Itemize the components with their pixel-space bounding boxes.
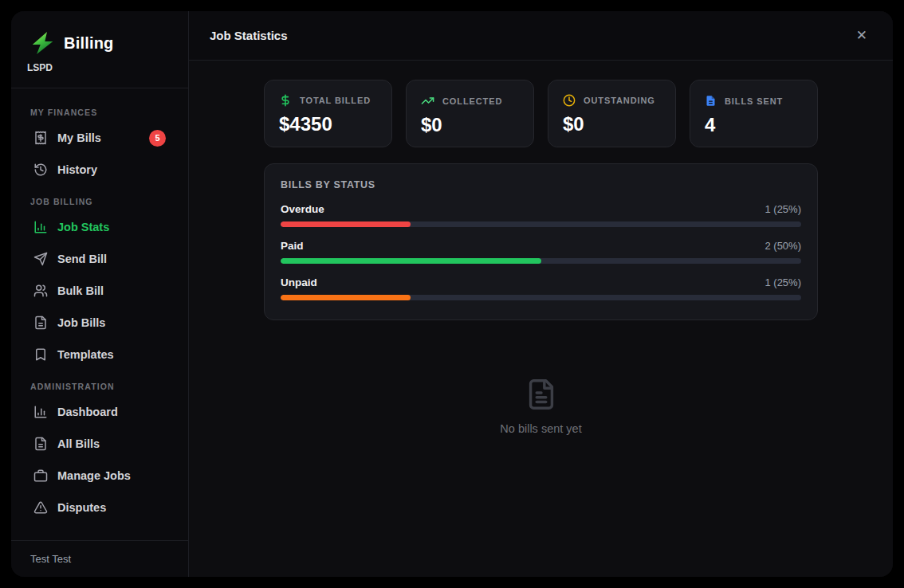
sidebar-item-bulk-bill[interactable]: Bulk Bill — [24, 275, 175, 307]
close-icon: ✕ — [856, 28, 867, 43]
status-bar-overdue: Overdue 1 (25%) — [281, 203, 801, 227]
sidebar-item-label: Job Bills — [57, 316, 105, 329]
sidebar-item-label: Job Stats — [57, 221, 109, 233]
modal-header: Job Statistics ✕ — [189, 11, 893, 61]
status-bar-paid: Paid 2 (50%) — [281, 240, 801, 264]
stat-label: OUTSTANDING — [584, 96, 655, 105]
sidebar-item-label: Templates — [57, 348, 114, 361]
file-filled-icon — [705, 94, 717, 108]
alert-triangle-icon — [33, 500, 48, 515]
bills-by-status-panel: BILLS BY STATUS Overdue 1 (25%) Paid — [264, 163, 818, 320]
section-label-job-billing: JOB BILLING — [30, 197, 169, 206]
sidebar-item-label: History — [57, 163, 97, 176]
section-label-my-finances: MY FINANCES — [30, 108, 169, 117]
sidebar-item-manage-jobs[interactable]: Manage Jobs — [24, 460, 175, 492]
stat-value: $0 — [563, 113, 661, 135]
receipt-icon — [33, 131, 48, 145]
bar-chart-icon — [33, 405, 48, 419]
bar-value: 1 (25%) — [764, 276, 801, 288]
sidebar-item-templates[interactable]: Templates — [24, 339, 175, 370]
stat-label: BILLS SENT — [725, 96, 783, 106]
app-title: Billing — [64, 34, 114, 53]
bar-value: 2 (50%) — [764, 240, 801, 252]
clock-icon — [563, 94, 576, 107]
panel-title: BILLS BY STATUS — [281, 179, 801, 190]
bar-chart-icon — [33, 220, 48, 234]
sidebar: Billing LSPD MY FINANCES My Bills 5 Hist… — [11, 11, 189, 577]
bar-value: 1 (25%) — [764, 203, 801, 215]
progress-fill — [281, 295, 411, 300]
stat-label: COLLECTED — [442, 96, 502, 106]
sidebar-item-disputes[interactable]: Disputes — [24, 492, 175, 523]
stat-card-bills-sent: BILLS SENT 4 — [690, 80, 818, 147]
billing-app-window: Billing LSPD MY FINANCES My Bills 5 Hist… — [11, 11, 893, 577]
sidebar-nav: MY FINANCES My Bills 5 History JOB BILLI… — [11, 88, 188, 540]
sidebar-item-send-bill[interactable]: Send Bill — [24, 243, 175, 275]
progress-track — [281, 295, 801, 300]
sidebar-item-label: My Bills — [57, 131, 101, 144]
main-panel: Job Statistics ✕ TOTAL BILLED $ — [189, 11, 893, 577]
progress-track — [281, 258, 801, 264]
stat-card-total-billed: TOTAL BILLED $4350 — [264, 80, 392, 147]
file-icon — [33, 437, 48, 451]
sidebar-item-label: Send Bill — [57, 253, 107, 265]
status-bar-unpaid: Unpaid 1 (25%) — [281, 276, 801, 300]
bar-label: Overdue — [281, 203, 324, 215]
bar-label: Unpaid — [281, 276, 317, 288]
trending-up-icon — [421, 94, 434, 108]
stat-value: $0 — [421, 114, 519, 136]
history-icon — [33, 163, 48, 177]
sidebar-item-job-stats[interactable]: Job Stats — [24, 211, 175, 243]
dollar-icon — [279, 94, 292, 107]
close-button[interactable]: ✕ — [851, 24, 872, 47]
sidebar-item-history[interactable]: History — [24, 154, 175, 186]
users-icon — [33, 284, 48, 298]
sidebar-item-label: Manage Jobs — [57, 469, 131, 482]
empty-state-message: No bills sent yet — [500, 422, 581, 435]
org-label: LSPD — [27, 62, 172, 73]
bookmark-icon — [33, 347, 48, 362]
page-title: Job Statistics — [210, 29, 288, 42]
section-label-administration: ADMINISTRATION — [30, 382, 169, 391]
file-text-icon — [523, 376, 560, 413]
progress-track — [281, 221, 801, 227]
bar-label: Paid — [281, 240, 304, 252]
progress-fill — [281, 258, 541, 264]
sidebar-item-label: All Bills — [57, 437, 100, 450]
stat-label: TOTAL BILLED — [300, 96, 371, 105]
content-area: TOTAL BILLED $4350 COLLECTED $0 — [189, 61, 893, 577]
sidebar-item-job-bills[interactable]: Job Bills — [24, 307, 175, 339]
sidebar-item-label: Dashboard — [57, 406, 118, 418]
stat-card-outstanding: OUTSTANDING $0 — [548, 80, 676, 147]
brand-header: Billing LSPD — [11, 11, 188, 88]
stat-value: 4 — [705, 114, 803, 136]
sidebar-item-dashboard[interactable]: Dashboard — [24, 396, 175, 428]
user-name: Test Test — [11, 540, 188, 577]
notification-badge: 5 — [149, 130, 166, 147]
file-icon — [33, 316, 48, 330]
stat-value: $4350 — [279, 113, 377, 135]
sidebar-item-my-bills[interactable]: My Bills 5 — [24, 122, 175, 154]
stats-row: TOTAL BILLED $4350 COLLECTED $0 — [264, 80, 818, 147]
sidebar-item-all-bills[interactable]: All Bills — [24, 428, 175, 460]
send-icon — [33, 252, 48, 266]
sidebar-item-label: Disputes — [57, 501, 106, 514]
progress-fill — [281, 221, 411, 227]
billing-logo-icon — [27, 32, 56, 54]
stat-card-collected: COLLECTED $0 — [406, 80, 534, 147]
sidebar-item-label: Bulk Bill — [57, 284, 104, 297]
briefcase-icon — [33, 468, 48, 483]
empty-state: No bills sent yet — [264, 376, 818, 435]
